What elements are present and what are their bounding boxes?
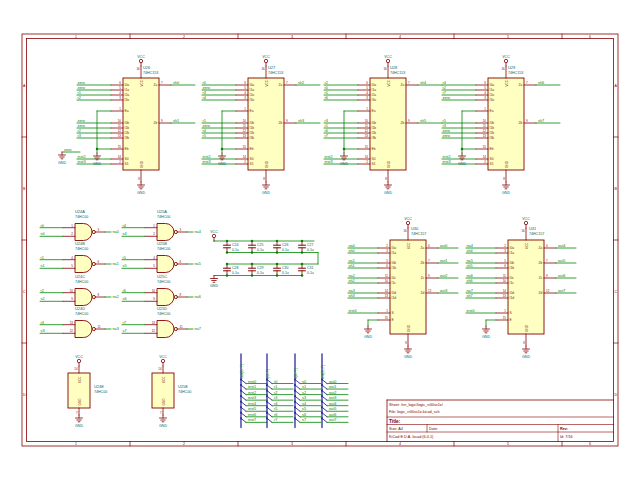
net-label[interactable]: inst2 [78, 155, 86, 159]
net-label[interactable]: inst4 [248, 402, 256, 406]
net-label[interactable]: r1 [274, 385, 277, 389]
nand-body[interactable] [75, 224, 92, 241]
net-label[interactable]: na0 [113, 230, 119, 234]
gnd-symbol[interactable]: GND [404, 346, 412, 359]
net-label[interactable]: sh0 [173, 81, 179, 85]
net-label[interactable]: out7 [558, 289, 565, 293]
cap-value[interactable]: 0.1u [232, 248, 239, 252]
gate-u24a[interactable]: U24A74HC001r02s03na0 [40, 209, 119, 241]
ref-designator[interactable]: U28 [390, 65, 397, 70]
net-label[interactable]: r4 [443, 81, 446, 85]
net-label[interactable]: r3 [203, 91, 206, 95]
net-label[interactable]: na2 [349, 274, 355, 278]
nand-body[interactable] [157, 289, 174, 306]
net-label[interactable]: r5 [325, 91, 328, 95]
net-label[interactable]: sh7 [538, 119, 544, 123]
net-label[interactable]: r2 [443, 86, 446, 90]
ic-value[interactable]: 74HC00 [157, 312, 170, 316]
net-label[interactable]: inst3 [78, 160, 86, 164]
net-label[interactable]: r2 [325, 81, 328, 85]
net-label[interactable]: r6 [325, 129, 328, 133]
net-label[interactable]: s6 [123, 297, 127, 301]
net-label[interactable]: inst3 [248, 396, 256, 400]
ic-value[interactable]: 74HC00 [75, 312, 88, 316]
net-label[interactable]: inst2 [443, 155, 451, 159]
ref-designator[interactable]: U25C [157, 274, 167, 279]
net-label[interactable]: s1 [302, 385, 306, 389]
nand-body[interactable] [75, 256, 92, 273]
ic-u29[interactable]: U2974HC1536I0a5I1a4I2a3I3a1Ea10I0b11I1b1… [442, 55, 560, 195]
bus-inst07[interactable]: inst[0..7]inst0inst1inst2inst3inst4inst5… [239, 354, 268, 428]
capacitor-c29[interactable]: C290.1u [249, 263, 264, 277]
net-label[interactable]: r4 [123, 224, 126, 228]
net-label[interactable]: r3 [443, 124, 446, 128]
bus-out07[interactable]: out[0..7]out0out1out2out3out4out5out6out… [320, 354, 349, 428]
capacitor-c25[interactable]: C250.1u [249, 240, 264, 254]
net-label[interactable]: r2 [78, 96, 81, 100]
net-label[interactable]: na6 [467, 274, 473, 278]
ic-value[interactable]: 74HC153 [268, 71, 283, 75]
gate-u24b[interactable]: U24B74HC004r15s16na1 [40, 241, 119, 273]
net-label[interactable]: r7 [443, 91, 446, 95]
gate-u25c[interactable]: U25C74HC0010r69s68na6 [122, 274, 201, 306]
ic-value[interactable]: 74HC00 [178, 390, 191, 394]
ic-value[interactable]: 74HC157 [411, 232, 426, 236]
net-label[interactable]: s1 [41, 264, 45, 268]
net-label[interactable]: inst2 [325, 155, 333, 159]
ic-value[interactable]: 74HC00 [75, 247, 88, 251]
net-label[interactable]: sh6 [538, 81, 544, 85]
net-label[interactable]: sh4 [467, 249, 473, 253]
net-label[interactable]: inst5 [248, 407, 256, 411]
net-label[interactable]: na7 [467, 289, 473, 293]
bus-label[interactable]: s[0..7] [293, 368, 298, 379]
net-label[interactable]: zero [443, 96, 450, 100]
net-label[interactable]: s4 [123, 232, 127, 236]
net-label[interactable]: out4 [329, 402, 336, 406]
vcc-symbol[interactable]: VCC [159, 355, 167, 366]
ref-designator[interactable]: C31 [307, 266, 313, 270]
gnd-symbol[interactable]: GND [262, 182, 270, 195]
net-label[interactable]: sh6 [467, 279, 473, 283]
net-label[interactable]: r6 [274, 413, 277, 417]
ref-designator[interactable]: U24B [75, 241, 85, 246]
cap-value[interactable]: 0.1u [257, 248, 264, 252]
net-label[interactable]: sh7 [467, 294, 473, 298]
cap-value[interactable]: 0.1u [307, 248, 314, 252]
power-unit-u25e[interactable]: U25E74HC0014VCCVCC7GNDGND [152, 355, 191, 428]
net-label[interactable]: r4 [274, 402, 277, 406]
net-label[interactable]: r3 [41, 321, 44, 325]
net-label[interactable]: na4 [467, 244, 473, 248]
net-label[interactable]: na3 [349, 289, 355, 293]
net-label[interactable]: zero [203, 86, 210, 90]
net-label[interactable]: na1 [113, 262, 119, 266]
net-label[interactable]: sh0 [349, 249, 355, 253]
net-label[interactable]: s7 [302, 418, 306, 422]
net-label[interactable]: zero [78, 81, 85, 85]
net-label[interactable]: inst3 [443, 160, 451, 164]
net-label[interactable]: na2 [113, 295, 119, 299]
capacitor-c24[interactable]: C240.1u [224, 240, 239, 254]
net-label[interactable]: zero [78, 86, 85, 90]
net-label[interactable]: s3 [41, 329, 45, 333]
net-label[interactable]: zero [78, 124, 85, 128]
net-label[interactable]: r3 [78, 134, 81, 138]
ref-designator[interactable]: C30 [282, 266, 288, 270]
net-label[interactable]: sh5 [467, 264, 473, 268]
ref-designator[interactable]: U30 [411, 226, 419, 231]
ic-u30[interactable]: U3074HC1572I0a3I1a5I0b6I1b11I0c10I1c14I0… [348, 217, 458, 359]
gate-u24c[interactable]: U24C74HC0010r29s28na2 [40, 274, 119, 306]
net-label[interactable]: out3 [329, 396, 336, 400]
net-label[interactable]: out2 [329, 391, 336, 395]
net-label[interactable]: r5 [274, 407, 277, 411]
nand-body[interactable] [157, 224, 174, 241]
gnd-symbol[interactable]: GND [210, 276, 218, 289]
net-label[interactable]: s0 [41, 232, 45, 236]
net-label[interactable]: r1 [41, 256, 44, 260]
net-label[interactable]: r7 [274, 418, 277, 422]
net-label[interactable]: out1 [329, 385, 336, 389]
ic-value[interactable]: 74HC00 [157, 247, 170, 251]
net-label[interactable]: sh1 [349, 264, 355, 268]
gnd-symbol[interactable]: GND [137, 182, 145, 195]
net-label[interactable]: r1 [203, 119, 206, 123]
net-label[interactable]: out3 [440, 289, 447, 293]
